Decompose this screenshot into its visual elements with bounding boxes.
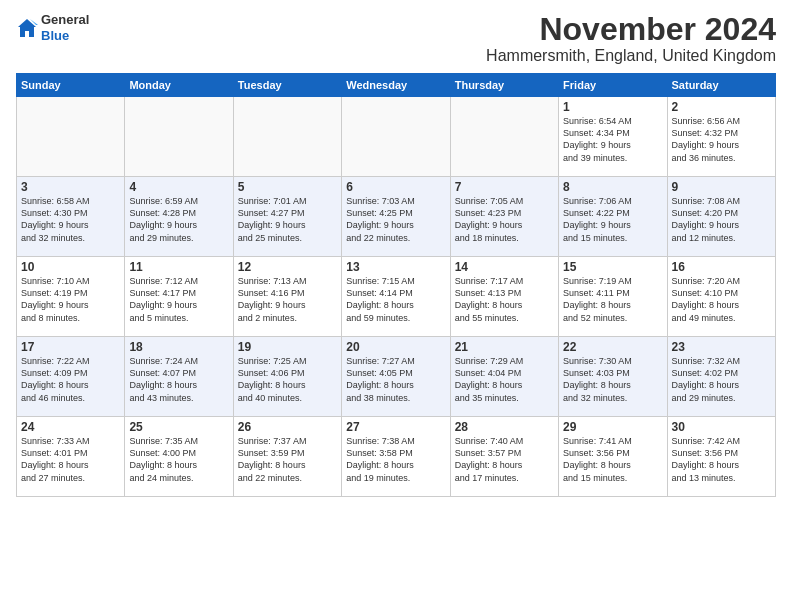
day-number: 18 (129, 340, 228, 354)
title-area: November 2024 Hammersmith, England, Unit… (486, 12, 776, 65)
day-info: Sunrise: 7:17 AM Sunset: 4:13 PM Dayligh… (455, 275, 554, 324)
logo: General Blue (16, 12, 89, 43)
table-row: 7Sunrise: 7:05 AM Sunset: 4:23 PM Daylig… (450, 177, 558, 257)
header-tuesday: Tuesday (233, 74, 341, 97)
table-row: 4Sunrise: 6:59 AM Sunset: 4:28 PM Daylig… (125, 177, 233, 257)
day-info: Sunrise: 6:54 AM Sunset: 4:34 PM Dayligh… (563, 115, 662, 164)
calendar-week-row: 1Sunrise: 6:54 AM Sunset: 4:34 PM Daylig… (17, 97, 776, 177)
day-number: 4 (129, 180, 228, 194)
day-number: 28 (455, 420, 554, 434)
day-info: Sunrise: 7:13 AM Sunset: 4:16 PM Dayligh… (238, 275, 337, 324)
day-info: Sunrise: 7:41 AM Sunset: 3:56 PM Dayligh… (563, 435, 662, 484)
day-info: Sunrise: 6:56 AM Sunset: 4:32 PM Dayligh… (672, 115, 771, 164)
table-row: 9Sunrise: 7:08 AM Sunset: 4:20 PM Daylig… (667, 177, 775, 257)
day-number: 19 (238, 340, 337, 354)
logo-icon (16, 17, 38, 39)
table-row: 27Sunrise: 7:38 AM Sunset: 3:58 PM Dayli… (342, 417, 450, 497)
header-monday: Monday (125, 74, 233, 97)
day-info: Sunrise: 7:05 AM Sunset: 4:23 PM Dayligh… (455, 195, 554, 244)
table-row: 29Sunrise: 7:41 AM Sunset: 3:56 PM Dayli… (559, 417, 667, 497)
table-row: 12Sunrise: 7:13 AM Sunset: 4:16 PM Dayli… (233, 257, 341, 337)
day-info: Sunrise: 7:33 AM Sunset: 4:01 PM Dayligh… (21, 435, 120, 484)
day-number: 20 (346, 340, 445, 354)
table-row (125, 97, 233, 177)
table-row: 10Sunrise: 7:10 AM Sunset: 4:19 PM Dayli… (17, 257, 125, 337)
table-row: 17Sunrise: 7:22 AM Sunset: 4:09 PM Dayli… (17, 337, 125, 417)
day-number: 3 (21, 180, 120, 194)
day-info: Sunrise: 7:01 AM Sunset: 4:27 PM Dayligh… (238, 195, 337, 244)
table-row: 30Sunrise: 7:42 AM Sunset: 3:56 PM Dayli… (667, 417, 775, 497)
table-row: 5Sunrise: 7:01 AM Sunset: 4:27 PM Daylig… (233, 177, 341, 257)
day-info: Sunrise: 7:25 AM Sunset: 4:06 PM Dayligh… (238, 355, 337, 404)
day-info: Sunrise: 7:40 AM Sunset: 3:57 PM Dayligh… (455, 435, 554, 484)
calendar-week-row: 24Sunrise: 7:33 AM Sunset: 4:01 PM Dayli… (17, 417, 776, 497)
day-number: 22 (563, 340, 662, 354)
header-saturday: Saturday (667, 74, 775, 97)
day-number: 2 (672, 100, 771, 114)
table-row: 19Sunrise: 7:25 AM Sunset: 4:06 PM Dayli… (233, 337, 341, 417)
day-number: 15 (563, 260, 662, 274)
day-number: 27 (346, 420, 445, 434)
day-info: Sunrise: 7:30 AM Sunset: 4:03 PM Dayligh… (563, 355, 662, 404)
day-info: Sunrise: 7:42 AM Sunset: 3:56 PM Dayligh… (672, 435, 771, 484)
day-number: 12 (238, 260, 337, 274)
day-number: 24 (21, 420, 120, 434)
table-row: 16Sunrise: 7:20 AM Sunset: 4:10 PM Dayli… (667, 257, 775, 337)
day-number: 26 (238, 420, 337, 434)
day-number: 14 (455, 260, 554, 274)
day-number: 7 (455, 180, 554, 194)
table-row: 22Sunrise: 7:30 AM Sunset: 4:03 PM Dayli… (559, 337, 667, 417)
header-friday: Friday (559, 74, 667, 97)
day-info: Sunrise: 7:38 AM Sunset: 3:58 PM Dayligh… (346, 435, 445, 484)
table-row (342, 97, 450, 177)
day-info: Sunrise: 7:06 AM Sunset: 4:22 PM Dayligh… (563, 195, 662, 244)
day-info: Sunrise: 7:10 AM Sunset: 4:19 PM Dayligh… (21, 275, 120, 324)
table-row: 14Sunrise: 7:17 AM Sunset: 4:13 PM Dayli… (450, 257, 558, 337)
day-info: Sunrise: 7:15 AM Sunset: 4:14 PM Dayligh… (346, 275, 445, 324)
table-row: 6Sunrise: 7:03 AM Sunset: 4:25 PM Daylig… (342, 177, 450, 257)
table-row: 3Sunrise: 6:58 AM Sunset: 4:30 PM Daylig… (17, 177, 125, 257)
day-info: Sunrise: 7:35 AM Sunset: 4:00 PM Dayligh… (129, 435, 228, 484)
day-number: 30 (672, 420, 771, 434)
table-row (17, 97, 125, 177)
table-row (233, 97, 341, 177)
table-row: 24Sunrise: 7:33 AM Sunset: 4:01 PM Dayli… (17, 417, 125, 497)
logo-blue-text: Blue (41, 28, 89, 44)
table-row: 21Sunrise: 7:29 AM Sunset: 4:04 PM Dayli… (450, 337, 558, 417)
calendar-week-row: 3Sunrise: 6:58 AM Sunset: 4:30 PM Daylig… (17, 177, 776, 257)
day-info: Sunrise: 6:59 AM Sunset: 4:28 PM Dayligh… (129, 195, 228, 244)
calendar-week-row: 17Sunrise: 7:22 AM Sunset: 4:09 PM Dayli… (17, 337, 776, 417)
header-sunday: Sunday (17, 74, 125, 97)
day-number: 17 (21, 340, 120, 354)
day-info: Sunrise: 6:58 AM Sunset: 4:30 PM Dayligh… (21, 195, 120, 244)
table-row: 13Sunrise: 7:15 AM Sunset: 4:14 PM Dayli… (342, 257, 450, 337)
table-row (450, 97, 558, 177)
calendar-table: Sunday Monday Tuesday Wednesday Thursday… (16, 73, 776, 497)
page: General Blue November 2024 Hammersmith, … (0, 0, 792, 505)
day-number: 16 (672, 260, 771, 274)
day-info: Sunrise: 7:29 AM Sunset: 4:04 PM Dayligh… (455, 355, 554, 404)
day-info: Sunrise: 7:24 AM Sunset: 4:07 PM Dayligh… (129, 355, 228, 404)
calendar-week-row: 10Sunrise: 7:10 AM Sunset: 4:19 PM Dayli… (17, 257, 776, 337)
day-number: 9 (672, 180, 771, 194)
table-row: 2Sunrise: 6:56 AM Sunset: 4:32 PM Daylig… (667, 97, 775, 177)
table-row: 26Sunrise: 7:37 AM Sunset: 3:59 PM Dayli… (233, 417, 341, 497)
table-row: 1Sunrise: 6:54 AM Sunset: 4:34 PM Daylig… (559, 97, 667, 177)
day-number: 11 (129, 260, 228, 274)
month-title: November 2024 (486, 12, 776, 47)
day-number: 23 (672, 340, 771, 354)
table-row: 11Sunrise: 7:12 AM Sunset: 4:17 PM Dayli… (125, 257, 233, 337)
day-number: 8 (563, 180, 662, 194)
logo-general-text: General (41, 12, 89, 28)
table-row: 8Sunrise: 7:06 AM Sunset: 4:22 PM Daylig… (559, 177, 667, 257)
day-info: Sunrise: 7:32 AM Sunset: 4:02 PM Dayligh… (672, 355, 771, 404)
table-row: 23Sunrise: 7:32 AM Sunset: 4:02 PM Dayli… (667, 337, 775, 417)
weekday-header-row: Sunday Monday Tuesday Wednesday Thursday… (17, 74, 776, 97)
day-number: 25 (129, 420, 228, 434)
day-number: 5 (238, 180, 337, 194)
day-info: Sunrise: 7:12 AM Sunset: 4:17 PM Dayligh… (129, 275, 228, 324)
day-number: 21 (455, 340, 554, 354)
day-info: Sunrise: 7:27 AM Sunset: 4:05 PM Dayligh… (346, 355, 445, 404)
day-number: 13 (346, 260, 445, 274)
header: General Blue November 2024 Hammersmith, … (16, 12, 776, 65)
